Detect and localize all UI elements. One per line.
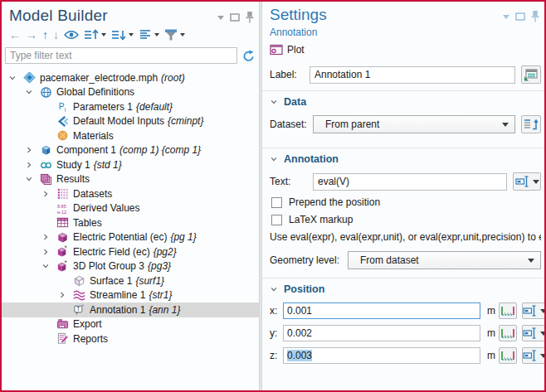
z-input[interactable]: 0.003 bbox=[283, 347, 480, 364]
chevron-right-icon[interactable] bbox=[41, 231, 56, 243]
tree-item-streamline-1[interactable]: Streamline 1{str1} bbox=[2, 288, 259, 303]
latex-markup-checkbox[interactable] bbox=[271, 215, 282, 225]
tree-item-surface-1[interactable]: Surface 1{surf1} bbox=[2, 273, 259, 288]
chevron-down-icon[interactable] bbox=[8, 72, 23, 84]
chevron-right-icon[interactable] bbox=[25, 159, 40, 171]
y-input[interactable]: 0.002 bbox=[283, 325, 480, 341]
chevron-right-icon[interactable] bbox=[58, 289, 73, 301]
panel-menu-caret-icon[interactable] bbox=[503, 15, 509, 19]
expand-tree-icon[interactable] bbox=[83, 27, 107, 42]
range-button[interactable] bbox=[499, 325, 517, 341]
chevron-right-icon[interactable] bbox=[41, 188, 56, 200]
edit-expression-button[interactable] bbox=[522, 302, 544, 319]
edit-expression-button[interactable] bbox=[522, 325, 544, 341]
position-section-header[interactable]: Position bbox=[270, 283, 541, 295]
reports-icon bbox=[56, 332, 69, 345]
edit-expression-button[interactable] bbox=[522, 347, 544, 364]
tree-item-electric-field[interactable]: Electric Field (ec){pg2} bbox=[2, 244, 259, 259]
data-section-header[interactable]: Data bbox=[270, 96, 541, 108]
tree-item-global-definitions[interactable]: Global Definitions bbox=[2, 85, 259, 100]
filter-input[interactable]: Type filter text bbox=[5, 47, 237, 64]
position-section: Position x: 0.001 m y: 0.002 m z: 0.003 … bbox=[262, 278, 544, 390]
prepend-position-checkbox[interactable] bbox=[271, 197, 282, 208]
tree-item-materials[interactable]: Materials bbox=[2, 128, 259, 143]
chevron-down-icon bbox=[270, 155, 278, 163]
annotation-section: Annotation Text: eval(V) Prepend the pos… bbox=[262, 148, 544, 278]
tree-item-root[interactable]: pacemaker_electrode.mph(root) bbox=[2, 70, 259, 85]
global-definitions-icon bbox=[40, 86, 52, 99]
range-button[interactable] bbox=[499, 302, 517, 319]
go-back-icon[interactable]: ← bbox=[8, 27, 22, 42]
text-input[interactable]: eval(V) bbox=[313, 173, 507, 191]
tree-item-annotation-1[interactable]: Annotation 1{ann 1} bbox=[2, 302, 259, 317]
rename-button[interactable] bbox=[521, 65, 541, 84]
eval-hint-text: Use eval(expr), eval(expr,unit), or eval… bbox=[270, 231, 541, 243]
tree-item-parameters[interactable]: Parameters 1{default} bbox=[2, 99, 259, 114]
label-field-label: Label: bbox=[270, 69, 310, 80]
tree-item-component-1[interactable]: Component 1(comp 1) {comp 1} bbox=[2, 143, 259, 158]
results-icon bbox=[40, 173, 52, 186]
chevron-down-icon[interactable] bbox=[41, 260, 56, 272]
go-forward-icon[interactable]: → bbox=[25, 27, 38, 42]
latex-markup-checkbox-row[interactable]: LaTeX markup bbox=[271, 214, 541, 225]
refresh-icon[interactable] bbox=[241, 49, 256, 63]
annotation-plot-icon bbox=[73, 303, 85, 316]
pin-icon[interactable] bbox=[246, 12, 254, 23]
chevron-right-icon[interactable] bbox=[41, 246, 56, 258]
tree-item-reports[interactable]: Reports bbox=[2, 332, 259, 346]
tree-item-study-1[interactable]: Study 1{std 1} bbox=[2, 157, 259, 172]
tree-item-electric-potential[interactable]: Electric Potential (ec){pg 1} bbox=[2, 230, 259, 245]
datasets-icon bbox=[56, 187, 69, 200]
tree-item-datasets[interactable]: Datasets bbox=[2, 186, 259, 201]
settings-panel: Settings Annotation Plot Label: Annotati… bbox=[262, 2, 544, 390]
float-window-icon[interactable] bbox=[515, 12, 525, 21]
plot-window-icon bbox=[270, 43, 283, 56]
model-builder-title: Model Builder bbox=[9, 7, 108, 25]
dropdown-caret-icon bbox=[540, 309, 544, 313]
tree-item-results[interactable]: Results bbox=[2, 172, 259, 187]
dropdown-caret-icon bbox=[528, 259, 534, 263]
derived-values-icon bbox=[56, 202, 69, 215]
panel-menu-caret-icon[interactable] bbox=[217, 16, 224, 20]
x-unit: m bbox=[487, 305, 495, 317]
chevron-down-icon[interactable] bbox=[25, 86, 40, 98]
x-input[interactable]: 0.001 bbox=[283, 302, 480, 319]
go-to-source-button[interactable] bbox=[521, 115, 541, 133]
chevron-down-icon bbox=[270, 98, 278, 106]
plot-button[interactable]: Plot bbox=[262, 40, 544, 58]
float-window-icon[interactable] bbox=[230, 13, 240, 22]
chevron-down-icon bbox=[270, 285, 278, 293]
tree-item-derived-values[interactable]: Derived Values bbox=[2, 201, 259, 216]
filter-icon[interactable] bbox=[163, 27, 186, 42]
range-button[interactable] bbox=[499, 347, 517, 364]
dropdown-caret-icon bbox=[540, 354, 544, 358]
edit-expression-button[interactable] bbox=[513, 172, 541, 191]
show-icon[interactable] bbox=[63, 27, 80, 42]
geometry-level-label: Geometry level: bbox=[270, 254, 348, 266]
prepend-position-checkbox-row[interactable]: Prepend the position bbox=[271, 196, 541, 208]
dropdown-caret-icon bbox=[502, 123, 509, 127]
annotation-section-header[interactable]: Annotation bbox=[270, 153, 541, 165]
tree-item-3d-plot-group-3[interactable]: 3D Plot Group 3{pg3} bbox=[2, 259, 259, 274]
tree-item-default-model-inputs[interactable]: Default Model Inputs{cminpt} bbox=[2, 114, 259, 129]
chevron-down-icon[interactable] bbox=[25, 173, 40, 185]
default-model-inputs-icon bbox=[56, 115, 69, 128]
dropdown-caret-icon bbox=[533, 180, 539, 184]
pin-icon[interactable] bbox=[531, 11, 539, 22]
move-up-icon[interactable]: ↑ bbox=[41, 27, 49, 42]
y-unit: m bbox=[487, 327, 495, 339]
x-label: x: bbox=[270, 305, 283, 317]
plot-group-icon bbox=[56, 260, 69, 273]
y-label: y: bbox=[270, 327, 283, 339]
label-input[interactable]: Annotation 1 bbox=[310, 66, 515, 84]
geometry-level-dropdown[interactable]: From dataset bbox=[348, 251, 541, 269]
chevron-right-icon[interactable] bbox=[25, 144, 40, 156]
tree-item-export[interactable]: Export bbox=[2, 317, 259, 332]
dataset-dropdown[interactable]: From parent bbox=[313, 115, 515, 133]
surface-plot-icon bbox=[73, 274, 85, 287]
model-tree-node-text-icon[interactable] bbox=[138, 27, 160, 42]
tree-item-tables[interactable]: Tables bbox=[2, 215, 259, 230]
move-down-icon[interactable]: ↓ bbox=[52, 27, 60, 42]
z-label: z: bbox=[270, 350, 283, 361]
collapse-tree-icon[interactable] bbox=[110, 27, 134, 42]
